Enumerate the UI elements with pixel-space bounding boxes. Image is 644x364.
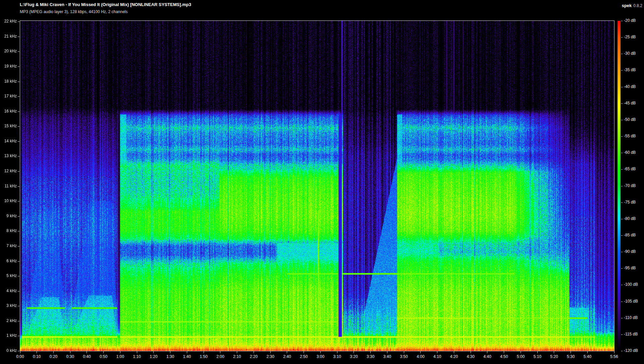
x-tick-label: 0:30 — [66, 355, 74, 359]
y-tick-label: 13 kHz — [0, 154, 17, 158]
db-tick-mark — [621, 252, 623, 252]
db-tick-mark — [621, 21, 623, 21]
y-tick-mark — [18, 21, 19, 22]
x-tick-mark — [304, 351, 304, 353]
db-tick-label: -75 dB — [624, 200, 636, 204]
y-tick-label: 0 kHz — [0, 349, 17, 353]
x-tick-label: 4:20 — [450, 355, 458, 359]
x-tick-label: 2:10 — [233, 355, 241, 359]
x-tick-label: 5:20 — [550, 355, 558, 359]
x-tick-label: 5:00 — [517, 355, 525, 359]
x-tick-label: 0:50 — [100, 355, 107, 359]
x-tick-label: 3:10 — [333, 355, 341, 359]
db-tick-mark — [621, 219, 623, 219]
y-tick-mark — [18, 306, 19, 306]
x-tick-mark — [354, 351, 354, 353]
y-tick-mark — [18, 186, 19, 187]
y-tick-mark — [18, 51, 19, 52]
x-tick-mark — [53, 351, 54, 353]
y-tick-label: 20 kHz — [0, 49, 17, 53]
db-tick-label: -40 dB — [624, 85, 636, 89]
db-tick-mark — [621, 153, 623, 153]
x-tick-label: 5:10 — [533, 355, 541, 359]
x-tick-mark — [204, 351, 204, 353]
x-tick-mark — [404, 351, 404, 353]
x-tick-mark — [254, 351, 254, 353]
y-tick-label: 9 kHz — [0, 214, 17, 218]
x-tick-label: 1:20 — [150, 355, 157, 359]
db-tick-label: -95 dB — [624, 266, 636, 270]
app-version: 0.8.2 — [633, 3, 642, 8]
y-tick-label: 18 kHz — [0, 79, 17, 84]
x-tick-mark — [571, 351, 571, 353]
db-tick-mark — [621, 351, 623, 351]
db-tick-label: -45 dB — [624, 101, 636, 105]
db-tick-mark — [621, 103, 623, 104]
y-tick-label: 6 kHz — [0, 259, 17, 263]
y-tick-mark — [18, 216, 19, 217]
y-tick-label: 7 kHz — [0, 244, 17, 248]
y-tick-label: 19 kHz — [0, 64, 17, 69]
x-tick-mark — [153, 351, 154, 353]
db-tick-mark — [621, 54, 623, 54]
x-tick-label: 2:50 — [300, 355, 308, 359]
y-tick-mark — [18, 37, 19, 37]
y-tick-mark — [18, 336, 19, 336]
y-tick-mark — [18, 291, 19, 291]
db-tick-label: -115 dB — [624, 332, 638, 336]
db-tick-mark — [621, 334, 623, 335]
x-tick-mark — [521, 351, 521, 353]
y-tick-mark — [18, 246, 19, 246]
y-tick-label: 15 kHz — [0, 124, 17, 128]
db-tick-label: -100 dB — [624, 282, 638, 287]
x-tick-label: 1:50 — [200, 355, 208, 359]
y-tick-label: 3 kHz — [0, 304, 17, 308]
db-tick-mark — [621, 87, 623, 87]
db-tick-mark — [621, 136, 623, 137]
x-tick-mark — [387, 351, 387, 353]
db-tick-mark — [621, 318, 623, 318]
x-tick-mark — [471, 351, 471, 353]
y-tick-label: 12 kHz — [0, 169, 17, 173]
db-tick-mark — [621, 268, 623, 269]
y-tick-label: 22 kHz — [0, 19, 17, 24]
app-name: spek — [622, 3, 632, 8]
y-tick-mark — [18, 231, 19, 231]
x-tick-mark — [420, 351, 421, 353]
x-tick-mark — [120, 351, 120, 353]
x-tick-mark — [20, 351, 20, 353]
db-tick-mark — [621, 202, 623, 203]
x-tick-label: 2:40 — [283, 355, 291, 359]
x-tick-mark — [287, 351, 287, 353]
x-tick-mark — [137, 351, 137, 353]
db-tick-label: -65 dB — [624, 167, 636, 171]
app-brand: spek0.8.2 — [622, 2, 642, 8]
y-tick-label: 14 kHz — [0, 139, 17, 143]
x-tick-label: 0:00 — [16, 355, 24, 359]
x-tick-mark — [237, 351, 237, 353]
x-tick-label: 1:40 — [183, 355, 191, 359]
x-tick-label: 1:10 — [133, 355, 141, 359]
db-tick-mark — [621, 302, 623, 302]
db-tick-mark — [621, 37, 623, 38]
x-tick-mark — [220, 351, 220, 353]
x-tick-label: 4:30 — [467, 355, 474, 359]
db-tick-mark — [621, 120, 623, 120]
y-tick-label: 4 kHz — [0, 289, 17, 293]
x-tick-label: 0:10 — [33, 355, 41, 359]
y-tick-mark — [18, 82, 19, 82]
db-tick-label: -85 dB — [624, 233, 636, 237]
x-tick-mark — [103, 351, 104, 353]
db-tick-label: -25 dB — [624, 35, 636, 39]
y-tick-label: 5 kHz — [0, 274, 17, 278]
x-tick-label: 5:56 — [610, 355, 618, 359]
db-tick-label: -70 dB — [624, 184, 636, 188]
x-tick-label: 1:00 — [116, 355, 124, 359]
x-tick-label: 3:40 — [383, 355, 391, 359]
db-tick-label: -20 dB — [624, 18, 636, 23]
x-tick-label: 2:00 — [216, 355, 224, 359]
spectrogram-plot-area — [20, 20, 614, 351]
db-tick-mark — [621, 169, 623, 170]
db-tick-label: -80 dB — [624, 217, 636, 221]
x-tick-mark — [170, 351, 170, 353]
